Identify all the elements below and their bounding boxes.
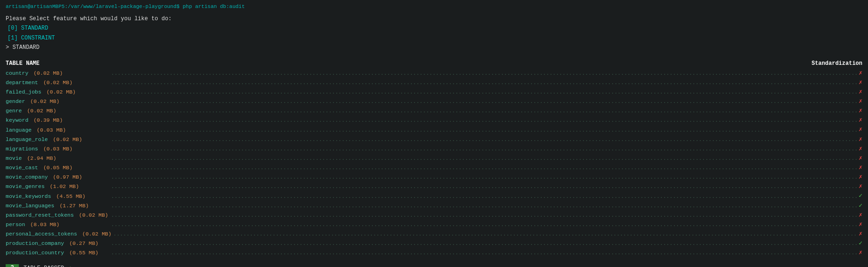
table-row: gender (0.02 MB) .......................… <box>6 97 862 106</box>
row-name-size: failed_jobs (0.02 MB) <box>6 88 109 96</box>
row-name-size: movie_company (0.97 MB) <box>6 173 109 181</box>
col-name-header: TABLE NAME <box>6 60 40 67</box>
row-table-size: (0.27 MB) <box>66 239 98 248</box>
col-std-header: Standardization <box>812 60 862 67</box>
row-dots: ........................................… <box>111 202 857 210</box>
row-name-size: language_role (0.02 MB) <box>6 135 109 144</box>
row-name-size: movie_genres (1.02 MB) <box>6 182 109 191</box>
row-dots: ........................................… <box>111 107 857 115</box>
table-row: movie_company (0.97 MB) ................… <box>6 173 862 182</box>
row-dots: ........................................… <box>111 69 857 78</box>
row-table-size: (0.39 MB) <box>30 116 63 125</box>
table-row: keyword (0.39 MB) ......................… <box>6 116 862 125</box>
prompt-label: Please Select feature which would you li… <box>6 14 862 24</box>
row-table-size: (4.55 MB) <box>53 192 86 201</box>
row-table-name: production_country <box>6 249 64 257</box>
row-name-size: personal_access_tokens (0.02 MB) <box>6 230 111 238</box>
row-table-name: language <box>6 126 32 134</box>
row-dots: ........................................… <box>111 116 857 125</box>
table-row: movie_genres (1.02 MB) .................… <box>6 182 862 191</box>
row-name-size: country (0.02 MB) <box>6 69 109 78</box>
table-section: TABLE NAME Standardization country (0.02… <box>6 60 862 258</box>
row-table-name: genre <box>6 107 22 115</box>
row-name-size: movie_cast (0.05 MB) <box>6 164 109 172</box>
row-table-size: (0.97 MB) <box>50 173 82 181</box>
table-row: country (0.02 MB) ......................… <box>6 69 862 78</box>
row-table-name: keyword <box>6 116 28 125</box>
row-dots: ........................................… <box>111 192 857 201</box>
row-dots: ........................................… <box>111 135 857 144</box>
row-table-name: person <box>6 220 25 229</box>
row-table-name: personal_access_tokens <box>6 230 77 238</box>
row-dots: ........................................… <box>111 88 857 96</box>
table-row: genre (0.02 MB) ........................… <box>6 106 862 116</box>
row-status-icon: ✗ <box>859 182 862 191</box>
row-table-name: production_company <box>6 239 64 248</box>
table-row: movie_keywords (4.55 MB) ...............… <box>6 191 862 201</box>
row-status-icon: ✗ <box>859 154 862 163</box>
table-row: production_country (0.55 MB) ...........… <box>6 248 862 258</box>
row-name-size: language (0.03 MB) <box>6 126 109 134</box>
row-dots: ........................................… <box>111 239 857 248</box>
row-name-size: production_company (0.27 MB) <box>6 239 109 248</box>
row-dots: ........................................… <box>111 249 857 257</box>
row-table-size: (0.03 MB) <box>40 145 72 153</box>
row-table-name: failed_jobs <box>6 88 41 96</box>
row-name-size: movie_languages (1.27 MB) <box>6 202 109 210</box>
table-row: language (0.03 MB) .....................… <box>6 125 862 134</box>
row-dots: ........................................… <box>111 173 857 181</box>
table-row: production_company (0.27 MB) ...........… <box>6 239 862 248</box>
row-name-size: department (0.02 MB) <box>6 79 109 87</box>
row-table-size: (0.02 MB) <box>79 230 111 238</box>
terminal-header: artisan@artisanMBP5:/var/www/laravel-pac… <box>6 4 862 9</box>
row-dots: ........................................… <box>113 230 857 238</box>
pass-count-badge: 3 <box>6 264 19 267</box>
row-status-icon: ✗ <box>859 69 862 78</box>
row-name-size: migrations (0.03 MB) <box>6 145 109 153</box>
row-dots: ........................................… <box>111 79 857 87</box>
row-status-icon: ✗ <box>859 135 862 144</box>
row-name-size: keyword (0.39 MB) <box>6 116 109 125</box>
row-table-size: (0.02 MB) <box>24 107 56 115</box>
row-name-size: person (8.03 MB) <box>6 220 109 229</box>
row-table-name: movie <box>6 154 22 163</box>
row-name-size: genre (0.02 MB) <box>6 107 109 115</box>
table-row: movie (2.94 MB) ........................… <box>6 154 862 163</box>
row-name-size: movie (2.94 MB) <box>6 154 109 163</box>
row-table-size: (0.02 MB) <box>76 211 108 220</box>
row-table-name: password_reset_tokens <box>6 211 74 220</box>
row-table-size: (1.27 MB) <box>56 202 89 210</box>
row-status-icon: ✗ <box>859 78 862 87</box>
row-dots: ........................................… <box>111 164 857 172</box>
row-dots: ........................................… <box>111 154 857 163</box>
row-status-icon: ✓ <box>859 239 862 248</box>
table-row: movie_languages (1.27 MB) ..............… <box>6 201 862 211</box>
selected-option: > STANDARD <box>6 43 862 52</box>
row-name-size: gender (0.02 MB) <box>6 97 109 106</box>
row-dots: ........................................… <box>111 182 857 191</box>
row-table-name: movie_company <box>6 173 48 181</box>
row-dots: ........................................… <box>111 126 857 134</box>
row-dots: ........................................… <box>111 97 857 106</box>
table-row: department (0.02 MB) ...................… <box>6 78 862 87</box>
row-status-icon: ✗ <box>859 106 862 116</box>
row-status-icon: ✓ <box>859 191 862 201</box>
row-table-name: language_role <box>6 135 48 144</box>
option-constraint: [1] CONSTRAINT <box>6 33 862 43</box>
row-status-icon: ✗ <box>859 87 862 97</box>
row-table-size: (8.03 MB) <box>27 220 59 229</box>
summary-pass-badge: 3 TABLE PASSED ✓ <box>6 264 862 267</box>
row-table-size: (0.55 MB) <box>66 249 98 257</box>
row-status-icon: ✗ <box>859 97 862 106</box>
row-table-name: migrations <box>6 145 38 153</box>
row-table-name: movie_languages <box>6 202 55 210</box>
row-status-icon: ✗ <box>859 229 862 239</box>
table-row: password_reset_tokens (0.02 MB) ........… <box>6 211 862 220</box>
row-table-name: movie_cast <box>6 164 38 172</box>
row-table-size: (0.02 MB) <box>43 88 76 96</box>
row-table-size: (2.94 MB) <box>24 154 56 163</box>
row-status-icon: ✗ <box>859 125 862 134</box>
row-status-icon: ✗ <box>859 144 862 154</box>
row-table-size: (0.03 MB) <box>33 126 66 134</box>
row-table-name: country <box>6 69 28 78</box>
